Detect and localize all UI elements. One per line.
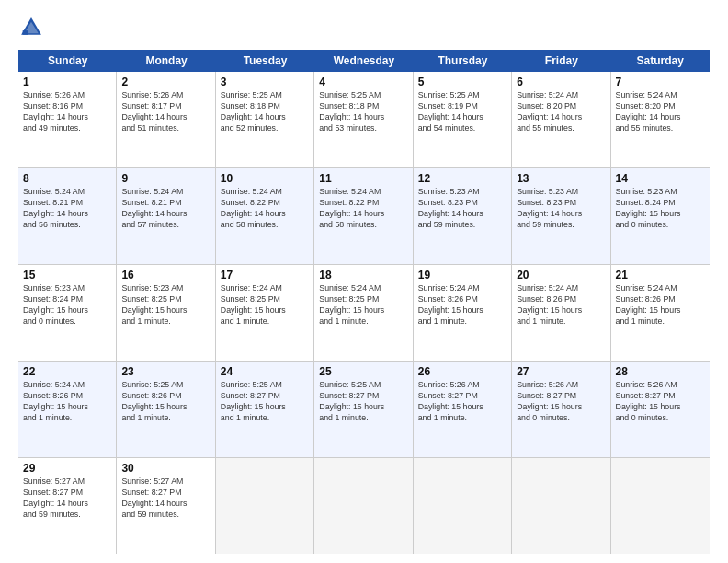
- day-number-21: 21: [616, 269, 705, 282]
- day-number-25: 25: [319, 365, 407, 378]
- day-cell-21: 21Sunrise: 5:24 AM Sunset: 8:26 PM Dayli…: [611, 265, 710, 361]
- day-info-18: Sunrise: 5:24 AM Sunset: 8:25 PM Dayligh…: [319, 283, 407, 327]
- day-number-3: 3: [221, 75, 309, 88]
- day-cell-3: 3Sunrise: 5:25 AM Sunset: 8:18 PM Daylig…: [216, 72, 314, 167]
- day-info-20: Sunrise: 5:24 AM Sunset: 8:26 PM Dayligh…: [517, 283, 605, 327]
- empty-cell-r4-c2: [216, 458, 314, 554]
- day-cell-13: 13Sunrise: 5:23 AM Sunset: 8:23 PM Dayli…: [512, 168, 610, 264]
- day-info-22: Sunrise: 5:24 AM Sunset: 8:26 PM Dayligh…: [23, 380, 111, 424]
- day-number-5: 5: [418, 75, 506, 88]
- day-number-19: 19: [418, 269, 506, 282]
- day-number-29: 29: [23, 462, 111, 475]
- day-cell-19: 19Sunrise: 5:24 AM Sunset: 8:26 PM Dayli…: [414, 265, 512, 361]
- day-info-9: Sunrise: 5:24 AM Sunset: 8:21 PM Dayligh…: [121, 187, 210, 231]
- day-cell-27: 27Sunrise: 5:26 AM Sunset: 8:27 PM Dayli…: [512, 362, 610, 457]
- day-cell-23: 23Sunrise: 5:25 AM Sunset: 8:26 PM Dayli…: [117, 362, 215, 457]
- day-number-15: 15: [23, 269, 111, 282]
- day-number-24: 24: [221, 365, 309, 378]
- day-number-4: 4: [319, 75, 407, 88]
- empty-cell-r4-c5: [512, 458, 610, 554]
- day-cell-20: 20Sunrise: 5:24 AM Sunset: 8:26 PM Dayli…: [512, 265, 610, 361]
- day-number-2: 2: [121, 75, 210, 88]
- day-number-23: 23: [121, 365, 210, 378]
- day-cell-1: 1Sunrise: 5:26 AM Sunset: 8:16 PM Daylig…: [18, 72, 117, 167]
- day-cell-7: 7Sunrise: 5:24 AM Sunset: 8:20 PM Daylig…: [611, 72, 710, 167]
- empty-cell-r4-c6: [611, 458, 710, 554]
- day-info-16: Sunrise: 5:23 AM Sunset: 8:25 PM Dayligh…: [121, 283, 210, 327]
- day-cell-29: 29Sunrise: 5:27 AM Sunset: 8:27 PM Dayli…: [18, 458, 117, 554]
- day-cell-18: 18Sunrise: 5:24 AM Sunset: 8:25 PM Dayli…: [314, 265, 413, 361]
- day-info-29: Sunrise: 5:27 AM Sunset: 8:27 PM Dayligh…: [23, 477, 111, 521]
- day-number-18: 18: [319, 269, 407, 282]
- day-info-21: Sunrise: 5:24 AM Sunset: 8:26 PM Dayligh…: [616, 283, 705, 327]
- day-cell-14: 14Sunrise: 5:23 AM Sunset: 8:24 PM Dayli…: [611, 168, 710, 264]
- calendar-header: SundayMondayTuesdayWednesdayThursdayFrid…: [18, 50, 710, 72]
- day-info-28: Sunrise: 5:26 AM Sunset: 8:27 PM Dayligh…: [616, 380, 705, 424]
- day-number-17: 17: [221, 269, 309, 282]
- day-info-26: Sunrise: 5:26 AM Sunset: 8:27 PM Dayligh…: [418, 380, 506, 424]
- header-day-sunday: Sunday: [18, 50, 117, 72]
- day-info-27: Sunrise: 5:26 AM Sunset: 8:27 PM Dayligh…: [517, 380, 605, 424]
- day-info-7: Sunrise: 5:24 AM Sunset: 8:20 PM Dayligh…: [616, 90, 705, 134]
- day-cell-6: 6Sunrise: 5:24 AM Sunset: 8:20 PM Daylig…: [512, 72, 610, 167]
- day-cell-2: 2Sunrise: 5:26 AM Sunset: 8:17 PM Daylig…: [117, 72, 215, 167]
- calendar: SundayMondayTuesdayWednesdayThursdayFrid…: [18, 50, 710, 554]
- day-cell-9: 9Sunrise: 5:24 AM Sunset: 8:21 PM Daylig…: [117, 168, 215, 264]
- day-cell-4: 4Sunrise: 5:25 AM Sunset: 8:18 PM Daylig…: [314, 72, 413, 167]
- day-info-3: Sunrise: 5:25 AM Sunset: 8:18 PM Dayligh…: [221, 90, 309, 134]
- day-number-16: 16: [121, 269, 210, 282]
- day-cell-12: 12Sunrise: 5:23 AM Sunset: 8:23 PM Dayli…: [414, 168, 512, 264]
- day-number-12: 12: [418, 172, 506, 185]
- day-cell-22: 22Sunrise: 5:24 AM Sunset: 8:26 PM Dayli…: [18, 362, 117, 457]
- header-day-friday: Friday: [512, 50, 610, 72]
- day-cell-28: 28Sunrise: 5:26 AM Sunset: 8:27 PM Dayli…: [611, 362, 710, 457]
- day-cell-10: 10Sunrise: 5:24 AM Sunset: 8:22 PM Dayli…: [216, 168, 314, 264]
- day-number-30: 30: [121, 462, 210, 475]
- day-info-1: Sunrise: 5:26 AM Sunset: 8:16 PM Dayligh…: [23, 90, 111, 134]
- day-number-14: 14: [616, 172, 705, 185]
- day-number-7: 7: [616, 75, 705, 88]
- day-info-17: Sunrise: 5:24 AM Sunset: 8:25 PM Dayligh…: [221, 283, 309, 327]
- day-cell-26: 26Sunrise: 5:26 AM Sunset: 8:27 PM Dayli…: [414, 362, 512, 457]
- day-info-8: Sunrise: 5:24 AM Sunset: 8:21 PM Dayligh…: [23, 187, 111, 231]
- empty-cell-r4-c4: [414, 458, 512, 554]
- calendar-row-3: 22Sunrise: 5:24 AM Sunset: 8:26 PM Dayli…: [18, 362, 710, 458]
- logo: [18, 15, 50, 40]
- calendar-row-0: 1Sunrise: 5:26 AM Sunset: 8:16 PM Daylig…: [18, 72, 710, 168]
- day-number-13: 13: [517, 172, 605, 185]
- day-number-20: 20: [517, 269, 605, 282]
- calendar-row-1: 8Sunrise: 5:24 AM Sunset: 8:21 PM Daylig…: [18, 168, 710, 265]
- day-cell-25: 25Sunrise: 5:25 AM Sunset: 8:27 PM Dayli…: [314, 362, 413, 457]
- day-cell-5: 5Sunrise: 5:25 AM Sunset: 8:19 PM Daylig…: [414, 72, 512, 167]
- day-info-24: Sunrise: 5:25 AM Sunset: 8:27 PM Dayligh…: [221, 380, 309, 424]
- day-cell-17: 17Sunrise: 5:24 AM Sunset: 8:25 PM Dayli…: [216, 265, 314, 361]
- day-number-27: 27: [517, 365, 605, 378]
- day-cell-15: 15Sunrise: 5:23 AM Sunset: 8:24 PM Dayli…: [18, 265, 117, 361]
- day-info-12: Sunrise: 5:23 AM Sunset: 8:23 PM Dayligh…: [418, 187, 506, 231]
- day-info-30: Sunrise: 5:27 AM Sunset: 8:27 PM Dayligh…: [121, 477, 210, 521]
- day-info-15: Sunrise: 5:23 AM Sunset: 8:24 PM Dayligh…: [23, 283, 111, 327]
- page-header: [18, 15, 710, 40]
- day-info-10: Sunrise: 5:24 AM Sunset: 8:22 PM Dayligh…: [221, 187, 309, 231]
- day-info-2: Sunrise: 5:26 AM Sunset: 8:17 PM Dayligh…: [121, 90, 210, 134]
- day-info-23: Sunrise: 5:25 AM Sunset: 8:26 PM Dayligh…: [121, 380, 210, 424]
- day-info-13: Sunrise: 5:23 AM Sunset: 8:23 PM Dayligh…: [517, 187, 605, 231]
- header-day-wednesday: Wednesday: [314, 50, 413, 72]
- day-cell-30: 30Sunrise: 5:27 AM Sunset: 8:27 PM Dayli…: [117, 458, 215, 554]
- day-cell-8: 8Sunrise: 5:24 AM Sunset: 8:21 PM Daylig…: [18, 168, 117, 264]
- day-number-22: 22: [23, 365, 111, 378]
- day-number-6: 6: [517, 75, 605, 88]
- day-info-6: Sunrise: 5:24 AM Sunset: 8:20 PM Dayligh…: [517, 90, 605, 134]
- day-number-8: 8: [23, 172, 111, 185]
- day-number-26: 26: [418, 365, 506, 378]
- header-day-thursday: Thursday: [414, 50, 512, 72]
- calendar-body: 1Sunrise: 5:26 AM Sunset: 8:16 PM Daylig…: [18, 72, 710, 554]
- day-info-5: Sunrise: 5:25 AM Sunset: 8:19 PM Dayligh…: [418, 90, 506, 134]
- day-cell-16: 16Sunrise: 5:23 AM Sunset: 8:25 PM Dayli…: [117, 265, 215, 361]
- calendar-page: SundayMondayTuesdayWednesdayThursdayFrid…: [0, 0, 728, 563]
- day-info-14: Sunrise: 5:23 AM Sunset: 8:24 PM Dayligh…: [616, 187, 705, 231]
- empty-cell-r4-c3: [314, 458, 413, 554]
- svg-rect-2: [23, 30, 28, 35]
- day-cell-11: 11Sunrise: 5:24 AM Sunset: 8:22 PM Dayli…: [314, 168, 413, 264]
- logo-icon: [18, 15, 44, 40]
